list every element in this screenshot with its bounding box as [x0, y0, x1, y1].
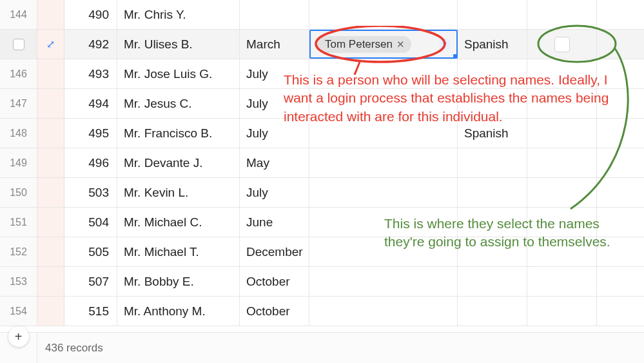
- row-number-cell[interactable]: 152: [0, 237, 37, 266]
- name-cell[interactable]: Mr. Michael C.: [117, 208, 240, 237]
- assigned-person-cell[interactable]: [309, 148, 458, 177]
- assign-cell[interactable]: [527, 89, 597, 118]
- language-cell[interactable]: Spanish: [458, 119, 527, 148]
- row-number-cell[interactable]: 146: [0, 59, 37, 88]
- month-cell[interactable]: March: [240, 30, 309, 59]
- tag-dropdown-icon[interactable]: ▾: [440, 39, 450, 50]
- record-id-cell[interactable]: 507: [64, 267, 117, 296]
- row-number-cell[interactable]: [0, 30, 37, 59]
- table-row[interactable]: 146493Mr. Jose Luis G.July: [0, 59, 644, 89]
- name-cell[interactable]: Mr. Bobby E.: [117, 267, 240, 296]
- record-id-cell[interactable]: 493: [64, 59, 117, 88]
- name-cell[interactable]: Mr. Ulises B.: [117, 30, 240, 59]
- name-cell[interactable]: Mr. Anthony M.: [117, 297, 240, 326]
- assign-checkbox[interactable]: [554, 37, 570, 52]
- assign-cell[interactable]: [527, 148, 597, 177]
- language-cell[interactable]: [458, 148, 527, 177]
- name-cell[interactable]: Mr. Devante J.: [117, 148, 240, 177]
- table-row[interactable]: 154515Mr. Anthony M.October: [0, 297, 644, 326]
- row-number-cell[interactable]: 150: [0, 178, 37, 207]
- expand-cell: [37, 148, 64, 177]
- table-row[interactable]: 153507Mr. Bobby E.October: [0, 267, 644, 297]
- assigned-person-cell[interactable]: [309, 0, 458, 29]
- expand-icon[interactable]: ⤢: [46, 39, 55, 50]
- assign-cell[interactable]: [527, 119, 597, 148]
- name-cell[interactable]: Mr. Jose Luis G.: [117, 59, 240, 88]
- record-id: 505: [88, 245, 109, 259]
- table-row[interactable]: 150503Mr. Kevin L.July: [0, 178, 644, 208]
- language-cell[interactable]: [458, 0, 527, 29]
- assign-cell[interactable]: [527, 0, 597, 29]
- record-id-cell[interactable]: 503: [64, 178, 117, 207]
- month-cell[interactable]: [240, 0, 309, 29]
- month-cell[interactable]: July: [240, 59, 309, 88]
- remove-tag-icon[interactable]: ✕: [396, 39, 405, 50]
- assign-cell[interactable]: [527, 237, 597, 266]
- month-cell[interactable]: July: [240, 178, 309, 207]
- name-cell[interactable]: Mr. Michael T.: [117, 237, 240, 266]
- assigned-person-cell[interactable]: [309, 178, 458, 207]
- name-cell[interactable]: Mr. Chris Y.: [117, 0, 240, 29]
- record-id-cell[interactable]: 490: [64, 0, 117, 29]
- record-id-cell[interactable]: 515: [64, 297, 117, 326]
- assign-cell[interactable]: [527, 208, 597, 237]
- month-cell[interactable]: June: [240, 208, 309, 237]
- row-number-cell[interactable]: 147: [0, 89, 37, 118]
- record-id-cell[interactable]: 505: [64, 237, 117, 266]
- row-number-cell[interactable]: 154: [0, 297, 37, 326]
- expand-cell: [37, 208, 64, 237]
- language-cell[interactable]: [458, 89, 527, 118]
- assign-cell[interactable]: [527, 30, 597, 59]
- month-cell[interactable]: May: [240, 148, 309, 177]
- row-number-cell[interactable]: 148: [0, 119, 37, 148]
- table-row[interactable]: 152505Mr. Michael T.December: [0, 237, 644, 267]
- table-row[interactable]: 149496Mr. Devante J.May: [0, 148, 644, 178]
- expand-cell[interactable]: ⤢: [37, 30, 64, 59]
- row-select-checkbox[interactable]: [13, 39, 24, 50]
- add-row-button[interactable]: +: [8, 326, 29, 347]
- record-id-cell[interactable]: 496: [64, 148, 117, 177]
- language-cell[interactable]: [458, 178, 527, 207]
- assigned-person-cell[interactable]: Tom Petersen✕▾: [309, 30, 458, 59]
- table-row[interactable]: 144490Mr. Chris Y.: [0, 0, 644, 30]
- language-cell[interactable]: [458, 297, 527, 326]
- month-cell[interactable]: October: [240, 267, 309, 296]
- name-cell[interactable]: Mr. Francisco B.: [117, 119, 240, 148]
- record-id-cell[interactable]: 504: [64, 208, 117, 237]
- record-id-cell[interactable]: 492: [64, 30, 117, 59]
- assigned-person-cell[interactable]: [309, 267, 458, 296]
- assigned-person-cell[interactable]: [309, 208, 458, 237]
- assigned-person-cell[interactable]: [309, 119, 458, 148]
- record-id-cell[interactable]: 495: [64, 119, 117, 148]
- row-number-cell[interactable]: 153: [0, 267, 37, 296]
- person-tag[interactable]: Tom Petersen✕: [317, 36, 411, 53]
- row-number-cell[interactable]: 151: [0, 208, 37, 237]
- language-cell[interactable]: [458, 267, 527, 296]
- name-cell[interactable]: Mr. Jesus C.: [117, 89, 240, 118]
- table-row[interactable]: 147494Mr. Jesus C.July: [0, 89, 644, 119]
- language-cell[interactable]: [458, 208, 527, 237]
- assign-cell[interactable]: [527, 297, 597, 326]
- assigned-person-cell[interactable]: [309, 89, 458, 118]
- assign-cell[interactable]: [527, 267, 597, 296]
- month-cell[interactable]: July: [240, 89, 309, 118]
- month-cell[interactable]: December: [240, 237, 309, 266]
- table-row[interactable]: 151504Mr. Michael C.June: [0, 208, 644, 237]
- assigned-person-cell[interactable]: [309, 59, 458, 88]
- name-value: Mr. Ulises B.: [124, 37, 193, 52]
- language-cell[interactable]: Spanish: [458, 30, 527, 59]
- month-cell[interactable]: October: [240, 297, 309, 326]
- assigned-person-cell[interactable]: [309, 237, 458, 266]
- language-cell[interactable]: [458, 237, 527, 266]
- language-cell[interactable]: [458, 59, 527, 88]
- record-id-cell[interactable]: 494: [64, 89, 117, 118]
- table-row[interactable]: 148495Mr. Francisco B.JulySpanish: [0, 119, 644, 148]
- row-number-cell[interactable]: 144: [0, 0, 37, 29]
- assign-cell[interactable]: [527, 59, 597, 88]
- month-cell[interactable]: July: [240, 119, 309, 148]
- name-cell[interactable]: Mr. Kevin L.: [117, 178, 240, 207]
- assigned-person-cell[interactable]: [309, 297, 458, 326]
- table-row[interactable]: ⤢492Mr. Ulises B.MarchTom Petersen✕▾Span…: [0, 30, 644, 59]
- assign-cell[interactable]: [527, 178, 597, 207]
- row-number-cell[interactable]: 149: [0, 148, 37, 177]
